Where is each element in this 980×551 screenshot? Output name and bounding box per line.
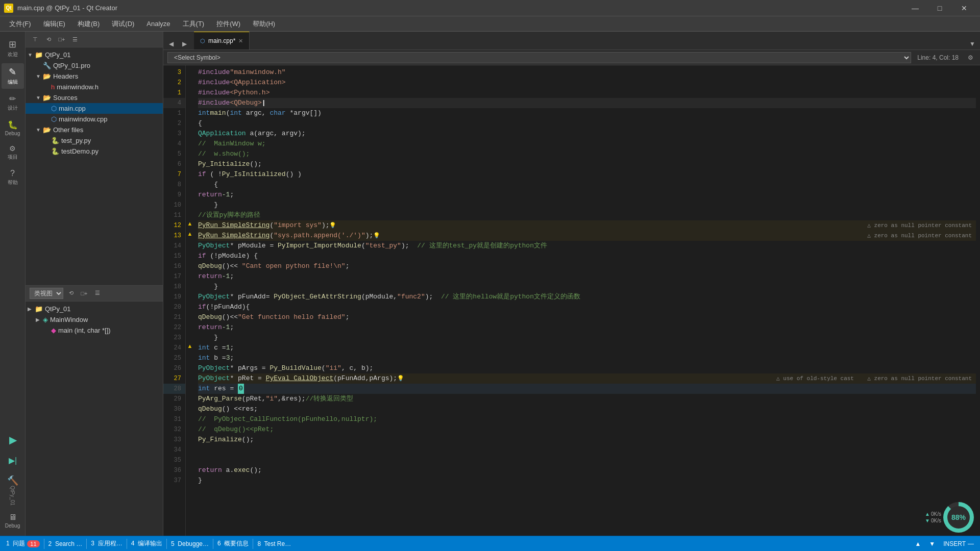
tab-close-button[interactable]: ✕ — [238, 38, 243, 44]
mainwindow-cpp-label: mainwindow.cpp — [59, 115, 107, 123]
status-compile[interactable]: 4 编译输出 — [127, 536, 166, 552]
tree-mainwindow-cpp[interactable]: ⬡ mainwindow.cpp — [26, 114, 163, 124]
build-button[interactable]: 🔨 — [4, 471, 22, 490]
code-line-13: PyRun_SimpleString("sys.path.append('./'… — [198, 231, 976, 241]
debugger-label: 5 Debugge… — [171, 540, 209, 547]
code-line-20: if(!pFunAdd){ — [198, 302, 976, 312]
tree-project-root[interactable]: ▼ 📁 QtPy_01 — [26, 49, 163, 60]
tree-sources-folder[interactable]: ▼ 📂 Sources — [26, 92, 163, 103]
h-file-icon: h — [51, 83, 55, 91]
class-sync-button[interactable]: ⟲ — [65, 288, 77, 299]
menu-controls[interactable]: 控件(W) — [211, 17, 246, 31]
headers-folder-icon: 📂 — [43, 72, 51, 80]
status-test[interactable]: 8 Test Re… — [253, 536, 295, 552]
status-search[interactable]: 2 Search … — [44, 536, 87, 552]
code-line-16: qDebug()<< "Cant open python file!\n"; — [198, 261, 976, 271]
code-line-open: { — [198, 118, 976, 129]
issues-label: 1 问题 — [6, 539, 25, 548]
other-folder-icon: 📂 — [43, 126, 51, 134]
menu-edit[interactable]: 编辑(E) — [38, 17, 70, 31]
run-step-button[interactable]: ▶| — [4, 451, 22, 469]
menu-help[interactable]: 帮助(H) — [248, 17, 280, 31]
class-options-button[interactable]: ☰ — [92, 288, 103, 299]
status-app[interactable]: 3 应用程… — [87, 536, 126, 552]
tab-main-cpp[interactable]: ⬡ main.cpp* ✕ — [194, 32, 250, 49]
code-container: 3 2 1 4 1 2 3 4 5 6 7 8 9 10 11 12 13 14… — [163, 65, 980, 536]
forward-button[interactable]: ▶ — [179, 38, 190, 49]
project-icon: ⚙ — [9, 144, 16, 153]
menu-analyze[interactable]: Analyze — [141, 18, 175, 30]
headers-folder-label: Headers — [53, 72, 78, 80]
tree-mainwindow-h[interactable]: h mainwindow.h — [26, 82, 163, 92]
status-nav-up[interactable]: ▲ — [911, 536, 925, 552]
menu-file[interactable]: 文件(F) — [4, 17, 36, 31]
code-line-36: return a.exec(); — [198, 465, 976, 475]
tree-other-files-folder[interactable]: ▼ 📂 Other files — [26, 124, 163, 135]
code-editor[interactable]: #include "mainwindow.h" #include <QAppli… — [194, 65, 980, 536]
tree-main-cpp[interactable]: ⬡ main.cpp — [26, 103, 163, 114]
code-line-37: } — [198, 475, 976, 486]
editor-settings-button[interactable]: ⚙ — [965, 52, 976, 63]
panel-options-button[interactable]: ☰ — [69, 34, 81, 45]
design-icon: ✏ — [9, 94, 16, 104]
cpp-file-icon2: ⬡ — [51, 115, 57, 123]
menu-build[interactable]: 构建(B) — [72, 17, 105, 31]
class-tree: ▶ 📁 QtPy_01 ▶ ◈ MainWindow ◆ main (int, … — [26, 302, 163, 536]
menu-tools[interactable]: 工具(T) — [178, 17, 210, 31]
class-tree-project[interactable]: ▶ 📁 QtPy_01 — [26, 304, 163, 314]
filter-button[interactable]: ⊤ — [30, 34, 41, 45]
sidebar-design[interactable]: ✏ 设计 — [2, 91, 24, 115]
tab-dropdown-button[interactable]: ▼ — [967, 38, 978, 49]
cpp-file-icon: ⬡ — [51, 105, 57, 112]
speed-widget-container: ▲ 0K/s ▼ 0K/s 88% — [925, 502, 974, 533]
sidebar-welcome[interactable]: ⊞ 欢迎 — [2, 36, 24, 61]
sources-folder-icon: 📂 — [43, 94, 51, 102]
symbol-selector[interactable]: <Select Symbol> — [167, 52, 911, 63]
close-button[interactable]: ✕ — [952, 0, 976, 16]
pro-file-label: QtPy_01.pro — [53, 62, 90, 69]
sidebar-debug[interactable]: 🐛 Debug — [2, 117, 24, 139]
insert-label: INSERT — [943, 540, 966, 547]
status-insert-mode: INSERT — — [939, 536, 978, 552]
menu-debug[interactable]: 调试(D) — [107, 17, 139, 31]
sidebar-edit[interactable]: ✎ 编辑 — [2, 63, 24, 89]
editor-toolbar: <Select Symbol> Line: 4, Col: 18 ⚙ — [163, 50, 980, 65]
down-arrow-icon: ▼ — [925, 518, 930, 523]
status-nav-down[interactable]: ▼ — [925, 536, 939, 552]
status-issues[interactable]: 1 问题 11 — [2, 536, 44, 552]
run-button[interactable]: ▶ — [4, 431, 22, 449]
class-add-button[interactable]: □+ — [79, 288, 90, 299]
class-tree-main-fn[interactable]: ◆ main (int, char *[]) — [26, 325, 163, 336]
tree-test-py[interactable]: 🐍 test_py.py — [26, 135, 163, 146]
add-file-button[interactable]: □+ — [56, 34, 67, 45]
sidebar-project[interactable]: ⚙ 项目 — [2, 141, 24, 164]
upload-speed-value: 0K/s — [931, 511, 941, 517]
grid-icon: ⊞ — [9, 39, 16, 50]
code-line-ret1: return -1; — [198, 190, 976, 200]
sidebar-debug2[interactable]: 🖥 Debug — [2, 510, 24, 532]
sidebar-help[interactable]: ? 帮助 — [2, 166, 24, 189]
code-line-29: PyArg_Parse(pRet,"i",&res);//转换返回类型 — [198, 394, 976, 404]
py-file-icon: 🐍 — [51, 137, 59, 144]
maximize-button[interactable]: □ — [928, 0, 951, 16]
code-line-cm2: // w.show(); — [198, 149, 976, 159]
sync-button[interactable]: ⟲ — [43, 34, 54, 45]
code-line-32: // qDebug()<<pRet; — [198, 424, 976, 435]
sidebar-debug2-label: Debug — [5, 523, 20, 529]
tree-testdemo-py[interactable]: 🐍 testDemo.py — [26, 146, 163, 157]
minimize-button[interactable]: — — [903, 0, 927, 16]
code-line-22: return -1; — [198, 322, 976, 333]
back-button[interactable]: ◀ — [165, 38, 177, 49]
code-line-app: QApplication a(argc, argv); — [198, 129, 976, 139]
class-view-dropdown[interactable]: 类视图 — [30, 288, 63, 299]
tree-pro-file[interactable]: 🔧 QtPy_01.pro — [26, 60, 163, 71]
debug-icon: 🐛 — [8, 120, 18, 130]
status-summary[interactable]: 6 概要信息 — [213, 536, 253, 552]
status-debugger[interactable]: 5 Debugge… — [167, 536, 213, 552]
code-line-4: #include <QDebug>| — [198, 98, 976, 108]
class-tree-mainwindow[interactable]: ▶ ◈ MainWindow — [26, 314, 163, 325]
tree-headers-folder[interactable]: ▼ 📂 Headers — [26, 71, 163, 82]
app-icon: Qt — [4, 4, 13, 13]
code-line-cm1: // MainWindow w; — [198, 139, 976, 149]
code-line-27: PyObject* pRet = PyEval_CallObject(pFunA… — [198, 373, 976, 384]
